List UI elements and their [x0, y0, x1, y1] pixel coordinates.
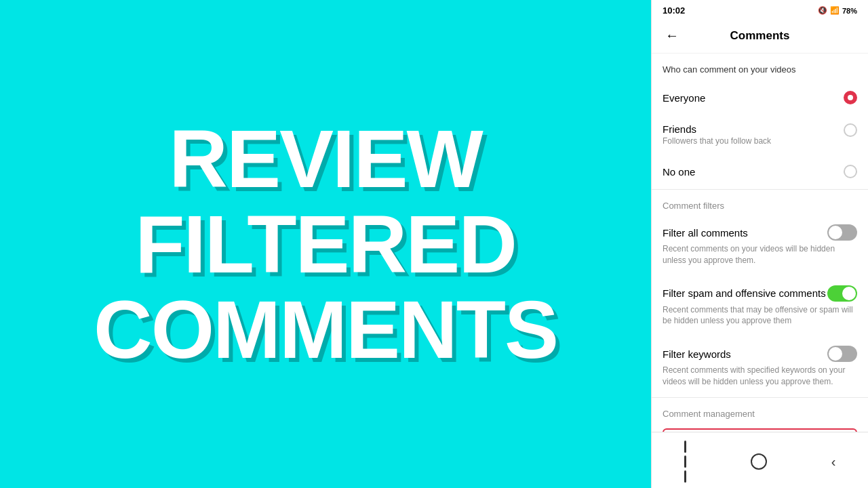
- thumbnail-panel: REVIEW FILTERED COMMENTS: [0, 0, 651, 488]
- phone-panel: 10:02 🔇 📶 78% ← Comments Who can comment…: [651, 0, 868, 488]
- status-bar: 10:02 🔇 📶 78%: [652, 0, 868, 18]
- bottom-nav: ‹: [652, 432, 868, 488]
- filter-all-desc: Recent comments on your videos will be h…: [663, 243, 857, 266]
- thumbnail-line3: COMMENTS: [94, 287, 557, 372]
- comment-filters-title: Comment filters: [652, 190, 868, 215]
- back-button[interactable]: ←: [663, 25, 682, 46]
- radio-friends[interactable]: [844, 123, 857, 137]
- page-title: Comments: [730, 29, 790, 43]
- option-friends-sublabel: Followers that you follow back: [663, 136, 771, 146]
- battery-label: 78%: [842, 7, 857, 15]
- toggle-filter-spam[interactable]: [827, 285, 857, 302]
- filter-keywords: Filter keywords Recent comments with spe…: [652, 336, 868, 397]
- mute-icon: 🔇: [818, 6, 827, 15]
- back-nav-icon[interactable]: ‹: [831, 454, 836, 470]
- toggle-filter-all-knob: [829, 226, 842, 239]
- filter-keywords-label: Filter keywords: [663, 348, 731, 360]
- option-noone[interactable]: No one: [652, 154, 868, 189]
- filter-all-label: Filter all comments: [663, 227, 748, 239]
- option-friends-label: Friends: [663, 123, 771, 135]
- filter-spam-desc: Recent comments that may be offensive or…: [663, 304, 857, 327]
- option-everyone-label: Everyone: [663, 92, 705, 104]
- menu-nav-icon[interactable]: [684, 441, 686, 483]
- status-icons: 🔇 📶 78%: [818, 6, 857, 15]
- toggle-filter-all[interactable]: [827, 224, 857, 241]
- radio-noone[interactable]: [844, 165, 857, 178]
- option-friends[interactable]: Friends Followers that you follow back: [652, 115, 868, 154]
- page-header: ← Comments: [652, 18, 868, 54]
- filter-spam: Filter spam and offensive comments Recen…: [652, 276, 868, 337]
- option-friends-text: Friends Followers that you follow back: [663, 123, 771, 146]
- toggle-filter-spam-knob: [842, 287, 856, 300]
- option-everyone[interactable]: Everyone: [652, 80, 868, 115]
- toggle-filter-keywords-knob: [829, 347, 842, 361]
- settings-content: Who can comment on your videos Everyone …: [652, 54, 868, 432]
- comment-management-title: Comment management: [652, 398, 868, 423]
- thumbnail-line1: REVIEW: [169, 116, 481, 201]
- toggle-filter-keywords[interactable]: [827, 346, 857, 362]
- who-can-comment-title: Who can comment on your videos: [652, 54, 868, 80]
- signal-icon: 📶: [830, 6, 840, 15]
- home-nav-icon[interactable]: [751, 453, 767, 470]
- filter-spam-label: Filter spam and offensive comments: [663, 287, 826, 299]
- thumbnail-line2: FILTERED: [135, 201, 516, 287]
- option-noone-label: No one: [663, 166, 695, 178]
- filter-all-comments: Filter all comments Recent comments on y…: [652, 215, 868, 276]
- radio-everyone[interactable]: [844, 91, 857, 104]
- status-time: 10:02: [663, 5, 685, 16]
- filter-keywords-desc: Recent comments with specified keywords …: [663, 365, 857, 388]
